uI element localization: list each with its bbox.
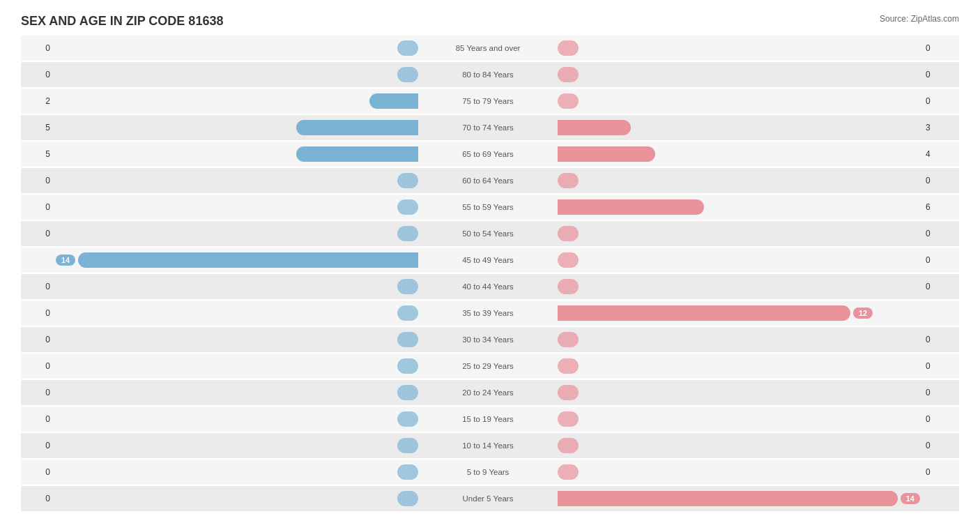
female-value-badge: 14 <box>901 493 920 504</box>
left-bar-area <box>56 146 418 162</box>
right-value: 0 <box>920 388 955 397</box>
left-value: 0 <box>21 308 56 318</box>
male-bar-zero <box>397 358 418 374</box>
left-bar-area <box>56 305 418 321</box>
female-bar-zero <box>558 252 579 268</box>
female-bar-zero <box>558 411 579 427</box>
chart-row: 040 to 44 Years0 <box>21 274 959 299</box>
female-bar-zero <box>558 279 579 294</box>
female-bar-zero <box>558 226 579 241</box>
right-value: 6 <box>920 202 955 212</box>
left-value: 0 <box>21 229 56 238</box>
age-group-label: 60 to 64 Years <box>418 174 558 187</box>
left-value: 0 <box>21 467 56 477</box>
left-value: 0 <box>21 70 56 79</box>
left-bar-area <box>56 491 418 506</box>
right-bar-area <box>558 226 920 241</box>
right-bar-area <box>558 146 920 162</box>
male-bar-zero <box>397 199 418 215</box>
left-bar-area <box>56 226 418 241</box>
chart-row: 050 to 54 Years0 <box>21 221 959 246</box>
female-bar <box>558 120 631 135</box>
right-value: 0 <box>920 176 955 185</box>
male-value-badge: 14 <box>56 255 75 266</box>
right-value: 0 <box>920 96 955 106</box>
female-value-badge: 12 <box>853 308 873 319</box>
left-bar-area <box>56 173 418 188</box>
male-bar-zero <box>397 279 418 294</box>
age-group-label: 15 to 19 Years <box>418 413 558 425</box>
male-bar <box>296 146 418 162</box>
left-bar-area <box>56 199 418 215</box>
right-bar-area <box>558 464 920 480</box>
female-bar-zero <box>558 358 579 374</box>
male-bar-zero <box>397 385 418 400</box>
right-bar-area <box>558 358 920 374</box>
age-group-label: 70 to 74 Years <box>418 121 558 134</box>
left-value: 0 <box>21 361 56 371</box>
left-bar-area <box>56 464 418 480</box>
right-value: 0 <box>920 361 955 371</box>
left-value: 2 <box>21 96 56 106</box>
right-value: 4 <box>920 149 955 159</box>
right-value: 0 <box>920 414 955 424</box>
chart-row: 025 to 29 Years0 <box>21 354 959 379</box>
chart-row: 0Under 5 Years14 <box>21 486 959 511</box>
right-bar-area <box>558 411 920 427</box>
age-group-label: 25 to 29 Years <box>418 360 558 372</box>
chart-title: SEX AND AGE IN ZIP CODE 81638 <box>21 14 959 29</box>
source-text: Source: ZipAtlas.com <box>880 14 959 24</box>
chart-row: 035 to 39 Years12 <box>21 301 959 326</box>
left-bar-area <box>56 40 418 56</box>
chart-area: 085 Years and over0080 to 84 Years0275 t… <box>21 36 959 511</box>
right-bar-area <box>558 332 920 347</box>
right-value: 0 <box>920 441 955 450</box>
right-value: 0 <box>920 255 955 265</box>
left-bar-area <box>56 438 418 453</box>
right-bar-area: 12 <box>558 305 920 321</box>
left-value: 0 <box>21 43 56 53</box>
male-bar <box>369 93 418 109</box>
age-group-label: 10 to 14 Years <box>418 439 558 452</box>
right-value: 0 <box>920 467 955 477</box>
age-group-label: 40 to 44 Years <box>418 280 558 293</box>
male-bar-zero <box>397 40 418 56</box>
left-value: 0 <box>21 282 56 291</box>
male-bar-zero <box>397 438 418 453</box>
chart-row: 015 to 19 Years0 <box>21 407 959 432</box>
female-bar <box>558 491 898 506</box>
right-bar-area: 14 <box>558 491 920 506</box>
left-value: 0 <box>21 176 56 185</box>
female-bar-zero <box>558 464 579 480</box>
chart-row: 275 to 79 Years0 <box>21 89 959 114</box>
right-bar-area <box>558 93 920 109</box>
female-bar-zero <box>558 67 579 82</box>
male-bar-zero <box>397 226 418 241</box>
female-bar-zero <box>558 332 579 347</box>
right-bar-area <box>558 199 920 215</box>
female-bar-zero <box>558 438 579 453</box>
age-group-label: Under 5 Years <box>418 492 558 505</box>
chart-row: 060 to 64 Years0 <box>21 168 959 193</box>
right-value: 3 <box>920 123 955 132</box>
male-bar-zero <box>397 332 418 347</box>
right-bar-area <box>558 438 920 453</box>
female-bar-zero <box>558 93 579 109</box>
female-bar <box>558 146 655 162</box>
left-value: 0 <box>21 388 56 397</box>
right-value: 0 <box>920 43 955 53</box>
left-bar-area <box>56 93 418 109</box>
left-value: 0 <box>21 494 56 503</box>
age-group-label: 80 to 84 Years <box>418 68 558 81</box>
male-bar-zero <box>397 491 418 506</box>
left-bar-area <box>56 411 418 427</box>
age-group-label: 20 to 24 Years <box>418 386 558 399</box>
chart-row: 055 to 59 Years6 <box>21 195 959 220</box>
right-bar-area <box>558 40 920 56</box>
age-group-label: 85 Years and over <box>418 42 558 54</box>
male-bar <box>296 120 418 135</box>
right-bar-area <box>558 385 920 400</box>
right-bar-area <box>558 279 920 294</box>
age-group-label: 30 to 34 Years <box>418 333 558 346</box>
female-bar-zero <box>558 173 579 188</box>
